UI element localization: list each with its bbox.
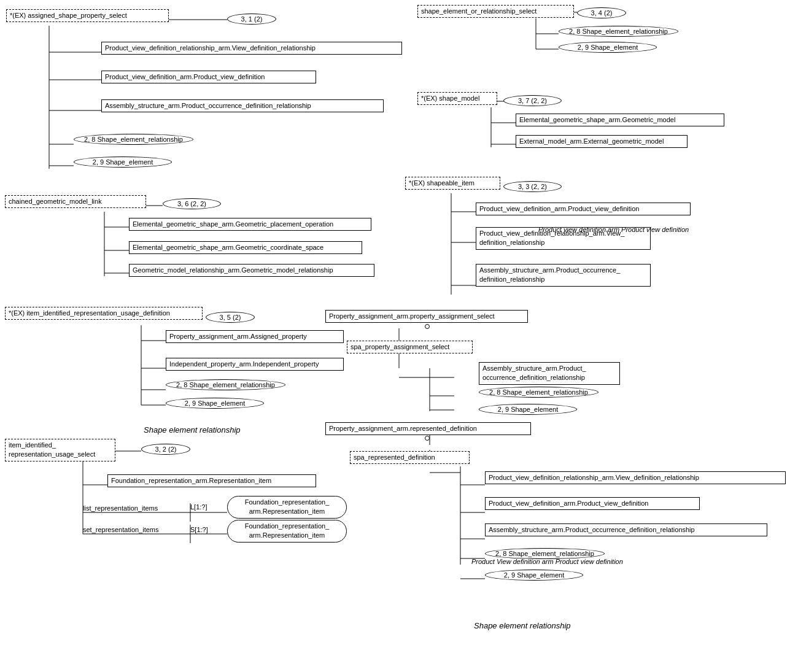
list-repr-items-label: list_representation_items	[83, 504, 158, 512]
fr-arm-ri3-node: Foundation_representation_arm.Representa…	[227, 520, 347, 543]
gmr-arm-gmr-node: Geometric_model_relationship_arm.Geometr…	[129, 264, 374, 277]
as-arm-podr2-node: Assembly_structure_arm.Product_occurrenc…	[476, 264, 651, 287]
pvdr-arm-vdr-node: Product_view_definition_relationship_arm…	[101, 42, 402, 55]
n2-8-ser-oval: 2, 8 Shape_element_relationship	[74, 134, 193, 145]
shape-element-or-relationship-select-node: shape_element_or_relationship_select	[417, 5, 574, 18]
pvd-arm-pvd2-node: Product_view_definition_arm.Product_view…	[476, 203, 691, 215]
shape-element-relationship-label-mid: Shape element relationship	[144, 425, 241, 434]
n2-9-se3-oval: 2, 9 Shape_element	[166, 398, 264, 409]
chained-geometric-model-link-node: chained_geometric_model_link	[5, 195, 146, 208]
item-identified-repr-usage-select-node: item_identified_representation_usage_sel…	[5, 439, 115, 462]
n3-5-2-oval: 3, 5 (2)	[206, 312, 255, 323]
shapeable-item-node: *(EX) shapeable_item	[405, 177, 500, 190]
n3-6-22-oval: 3, 6 (2, 2)	[163, 198, 221, 209]
spa-property-assignment-select-node: spa_property_assignment_select	[347, 341, 473, 353]
circle-rd	[425, 436, 430, 441]
spa-represented-definition-node: spa_represented_definition	[350, 451, 470, 464]
n2-9-se4-oval: 2, 9 Shape_element	[479, 404, 577, 415]
shape-model-node: *(EX) shape_model	[417, 92, 497, 105]
egs-arm-gcs-node: Elemental_geometric_shape_arm.Geometric_…	[129, 241, 362, 254]
pvd-arm-pvd3-node: Product_view_definition_arm.Product_view…	[485, 497, 700, 510]
em-arm-egm-node: External_model_arm.External_geometric_mo…	[516, 135, 688, 148]
egs-arm-gm-node: Elemental_geometric_shape_arm.Geometric_…	[516, 114, 724, 126]
as-arm-podr4-node: Assembly_structure_arm.Product_occurrenc…	[485, 523, 767, 536]
n3-7-22-oval: 3, 7 (2, 2)	[503, 95, 562, 106]
n2-8-ser2-oval: 2, 8 Shape_element_relationship	[559, 26, 678, 37]
shape-element-relationship-label-bottom: Shape element relationship	[474, 621, 571, 630]
product-view-def-arm-label2: Product View definition arm Product view…	[471, 558, 623, 565]
item-identified-repr-usage-def-node: *(EX) item_identified_representation_usa…	[5, 307, 203, 320]
n2-8-ser3-oval: 2, 8 Shape_element_relationship	[166, 379, 285, 390]
n3-2-2-oval: 3, 2 (2)	[141, 444, 190, 455]
fr-arm-ri-node: Foundation_representation_arm.Representa…	[107, 474, 316, 487]
n2-9-se-oval: 2, 9 Shape_element	[74, 156, 172, 168]
n2-8-ser4-oval: 2, 8 Shape_element_relationship	[479, 387, 598, 398]
n3-1-2-oval: 3, 1 (2)	[227, 14, 276, 25]
set-repr-items-label: set_representation_items	[83, 526, 159, 533]
as-arm-podr3-node: Assembly_structure_arm.Product_occurrenc…	[479, 362, 620, 385]
s1-label: S[1:?]	[190, 526, 208, 533]
circle-pas	[425, 324, 430, 329]
pa-arm-rd-node: Property_assignment_arm.represented_defi…	[325, 422, 531, 435]
fr-arm-ri2-node: Foundation_representation_arm.Representa…	[227, 496, 347, 519]
pvd-arm-pvd-node: Product_view_definition_arm.Product_view…	[101, 71, 316, 83]
egs-arm-gpo-node: Elemental_geometric_shape_arm.Geometric_…	[129, 218, 371, 231]
n2-9-se2-oval: 2, 9 Shape_element	[559, 42, 657, 53]
n3-3-22-oval: 3, 3 (2, 2)	[503, 181, 562, 192]
n3-4-2-oval: 3, 4 (2)	[577, 7, 626, 18]
assigned-shape-property-select-node: *(EX) assigned_shape_property_select	[6, 9, 169, 22]
pa-arm-ap-node: Property_assignment_arm.Assigned_propert…	[166, 330, 344, 343]
l1-label: L[1:?]	[190, 503, 207, 511]
pa-arm-pas-node: Property_assignment_arm.property_assignm…	[325, 310, 528, 323]
diagram-container: *(EX) assigned_shape_property_select 3, …	[0, 0, 798, 672]
ip-arm-ip-node: Independent_property_arm.Independent_pro…	[166, 358, 344, 371]
as-arm-podr-node: Assembly_structure_arm.Product_occurrenc…	[101, 99, 384, 112]
pvdr-arm-vdr3-node: Product_view_definition_relationship_arm…	[485, 471, 786, 484]
product-view-def-arm-label1: Product view definition arm Product view…	[538, 226, 689, 233]
n2-9-se5-oval: 2, 9 Shape_element	[485, 570, 583, 581]
